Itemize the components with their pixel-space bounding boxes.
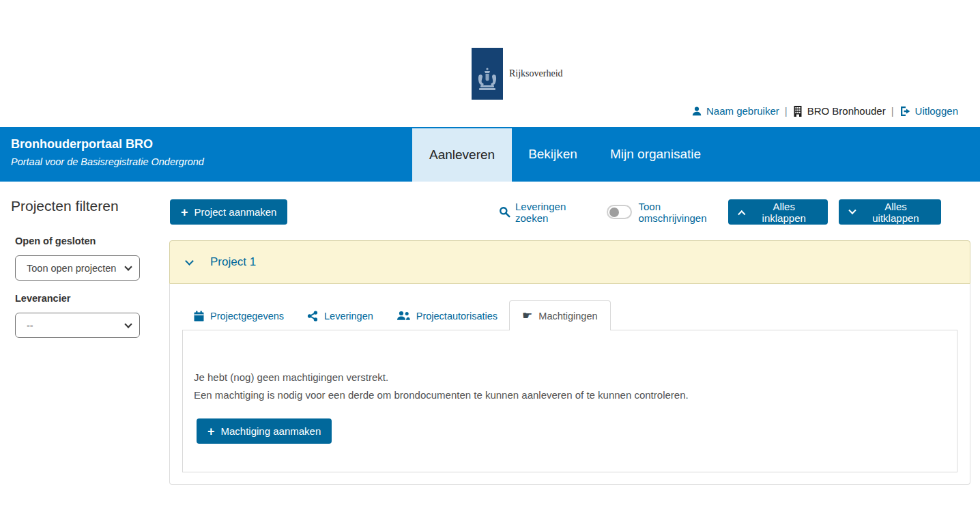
create-project-label: Project aanmaken (194, 206, 277, 218)
top-header: Rijksoverheid Naam gebruiker | (0, 0, 980, 127)
create-project-button[interactable]: + Project aanmaken (170, 199, 287, 225)
separator: | (891, 105, 894, 117)
organisation: BRO Bronhouder (793, 105, 886, 117)
brand: Bronhouderportaal BRO Portaal voor de Ba… (11, 137, 204, 167)
machtigingen-tab-content: Je hebt (nog) geen machtigingen verstrek… (182, 330, 957, 472)
collapse-all-button[interactable]: Alles inklappen (728, 199, 828, 225)
tab-projectgegevens[interactable]: Projectgegevens (182, 301, 296, 330)
create-authorisation-button[interactable]: + Machtiging aanmaken (197, 418, 332, 444)
plus-icon: + (207, 425, 215, 438)
tab-projectautorisaties[interactable]: Projectautorisaties (385, 301, 509, 330)
sign-out-icon (899, 106, 911, 117)
collapse-all-label: Alles inklappen (751, 201, 817, 224)
tab-machtigingen[interactable]: ☛ Machtigingen (509, 300, 611, 330)
nav-item-aanleveren[interactable]: Aanleveren (412, 128, 512, 182)
project-panel: Project 1 Projectgegevens (169, 240, 970, 485)
main-navbar: Bronhouderportaal BRO Portaal voor de Ba… (0, 127, 980, 182)
tab-label: Machtigingen (538, 311, 597, 322)
chevron-up-icon (738, 210, 746, 218)
filter-supplier-label: Leverancier (15, 293, 70, 304)
rijksoverheid-logo: Rijksoverheid (472, 48, 563, 100)
search-icon (499, 206, 510, 218)
logout-link[interactable]: Uitloggen (899, 105, 958, 117)
nav-menu: Aanleveren Bekijken Mijn organisatie (412, 127, 717, 182)
filter-supplier: -- (15, 313, 140, 338)
empty-state-line1: Je hebt (nog) geen machtigingen verstrek… (194, 369, 943, 386)
project-title: Project 1 (210, 255, 256, 269)
organisation-name: BRO Bronhouder (807, 105, 886, 117)
tab-label: Leveringen (324, 311, 373, 322)
tab-leveringen[interactable]: Leveringen (296, 301, 385, 330)
supplier-select[interactable]: -- (15, 313, 140, 338)
create-authorisation-label: Machtiging aanmaken (221, 425, 321, 437)
rijksoverheid-logo-text: Rijksoverheid (509, 68, 563, 79)
search-deliveries-link[interactable]: Leveringen zoeken (499, 201, 598, 224)
expand-all-label: Alles uitklappen (861, 201, 930, 224)
calendar-icon (194, 311, 204, 322)
toolbar-right: Leveringen zoeken Toon omschrijvingen Al… (499, 199, 941, 225)
chevron-down-icon (849, 206, 856, 214)
user-name: Naam gebruiker (706, 105, 779, 117)
expand-all-button[interactable]: Alles uitklappen (839, 199, 941, 225)
user-bar: Naam gebruiker | BRO Bronhouder | (691, 105, 958, 117)
user-icon (691, 106, 702, 117)
nav-item-mijn-organisatie[interactable]: Mijn organisatie (594, 127, 717, 182)
tab-label: Projectgegevens (210, 311, 284, 322)
separator: | (785, 105, 788, 117)
users-icon (397, 311, 410, 321)
chevron-down-icon (185, 257, 194, 266)
share-icon (307, 311, 318, 322)
sidebar-title: Projecten filteren (11, 198, 119, 214)
logout-label: Uitloggen (915, 105, 958, 117)
project-header[interactable]: Project 1 (169, 240, 970, 284)
empty-state-line2: Een machtiging is nodig voor een derde o… (194, 386, 943, 404)
toggle-knob (609, 208, 619, 217)
app-subtitle: Portaal voor de Basisregistratie Ondergr… (11, 156, 204, 167)
coat-of-arms-icon (476, 66, 499, 100)
app-title: Bronhouderportaal BRO (11, 137, 204, 152)
tab-label: Projectautorisaties (416, 311, 498, 322)
show-descriptions-toggle[interactable] (607, 205, 632, 219)
plus-icon: + (181, 206, 188, 218)
search-deliveries-label: Leveringen zoeken (515, 201, 598, 224)
building-icon (793, 106, 803, 117)
project-body: Projectgegevens Leveringen (169, 284, 970, 485)
hand-point-right-icon: ☛ (522, 310, 532, 322)
project-tabs: Projectgegevens Leveringen (182, 300, 957, 330)
nav-item-bekijken[interactable]: Bekijken (512, 127, 594, 182)
open-closed-select[interactable]: Toon open projecten (15, 255, 140, 281)
show-descriptions-label[interactable]: Toon omschrijvingen (638, 201, 728, 224)
rijksoverheid-logo-shield (472, 48, 503, 100)
filter-open-closed-label: Open of gesloten (15, 236, 96, 246)
user-link[interactable]: Naam gebruiker (691, 105, 779, 117)
filter-open-closed: Toon open projecten (15, 255, 140, 281)
